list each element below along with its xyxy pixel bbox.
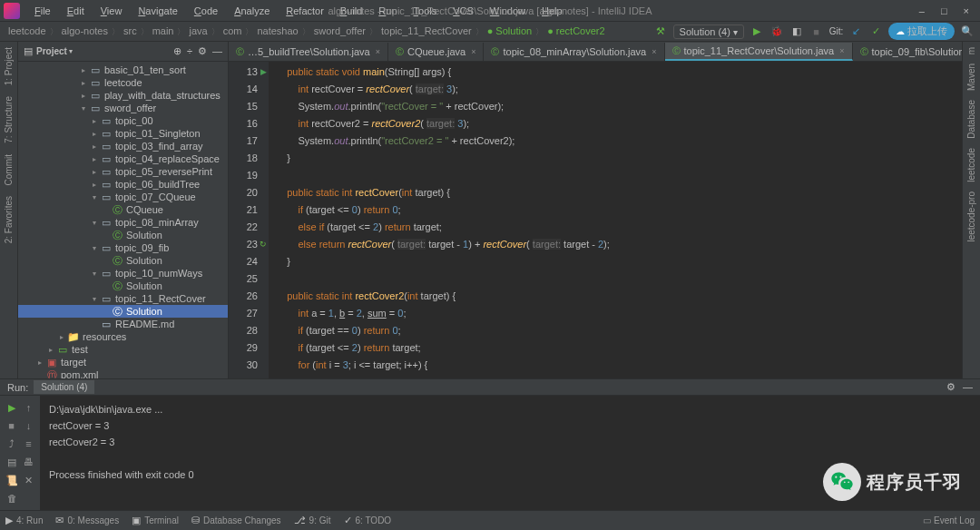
breadcrumb-item[interactable]: com — [220, 25, 245, 36]
code-editor[interactable]: ▶13141516171819202122↻232425262728293031… — [229, 62, 962, 378]
tree-item[interactable]: ▸▭topic_01_Singleton — [18, 127, 228, 140]
editor-tab[interactable]: Ⓒtopic_11_RectCover\Solution.java× — [665, 43, 853, 61]
tree-item[interactable]: ▾▭topic_08_minArray — [18, 216, 228, 229]
tree-item[interactable]: ▾▭topic_10_numWays — [18, 267, 228, 280]
settings-icon[interactable]: ⚙ — [198, 45, 207, 57]
tree-item[interactable]: ▸▭leetcode — [18, 76, 228, 89]
close-tab-icon[interactable]: × — [839, 46, 844, 55]
stop-run-icon[interactable]: ■ — [4, 417, 19, 434]
project-panel-title[interactable]: Project — [36, 46, 67, 56]
tree-item[interactable]: ▸▭basic_01_ten_sort — [18, 64, 228, 76]
tool-tab-databasechanges[interactable]: ⛁ Database Changes — [191, 515, 281, 526]
clear-icon[interactable]: ✕ — [21, 472, 36, 488]
tree-item[interactable]: ▸▣target — [18, 356, 228, 368]
breadcrumb-item[interactable]: topic_11_RectCover — [378, 25, 475, 36]
tool-tab-messages[interactable]: ✉ 0: Messages — [55, 515, 119, 526]
rail-project[interactable]: 1: Project — [4, 47, 14, 85]
tool-tab-git[interactable]: ⎇ 9: Git — [294, 515, 331, 526]
tree-item[interactable]: ▾▭topic_07_CQueue — [18, 191, 228, 203]
rail-m[interactable]: m — [966, 47, 976, 54]
tree-item[interactable]: ⒸSolution — [18, 280, 228, 292]
tool-tab-terminal[interactable]: ▣ Terminal — [132, 515, 179, 526]
rail-database[interactable]: Database — [966, 100, 976, 139]
coverage-icon[interactable]: ◧ — [789, 25, 804, 39]
tree-item[interactable]: ⒸSolution — [18, 305, 228, 318]
breadcrumb-item[interactable]: nateshao — [254, 25, 300, 36]
tree-item[interactable]: ▾▭sword_offer — [18, 102, 228, 114]
menu-refactor[interactable]: Refactor — [279, 3, 331, 19]
close-tab-icon[interactable]: × — [652, 47, 656, 56]
git-update-icon[interactable]: ↙ — [848, 25, 863, 39]
rail-maven[interactable]: Maven — [966, 64, 976, 91]
tree-item[interactable]: ⒸSolution — [18, 229, 228, 241]
search-icon[interactable]: 🔍 — [960, 25, 975, 39]
breadcrumb-item[interactable]: sword_offer — [311, 25, 368, 36]
breadcrumb-item[interactable]: ● Solution — [485, 25, 534, 36]
layout-icon[interactable]: ▤ — [4, 454, 19, 470]
close-icon[interactable]: × — [964, 5, 969, 16]
rerun-icon[interactable]: ▶ — [4, 399, 19, 416]
run-config-combo[interactable]: Solution (4) ▾ — [673, 25, 744, 39]
down-icon[interactable]: ↓ — [21, 417, 36, 434]
hammer-icon[interactable]: ⚒ — [653, 25, 668, 39]
breadcrumb-item[interactable]: leetcode — [5, 25, 49, 36]
breadcrumb-item[interactable]: src — [121, 25, 140, 36]
tree-item[interactable]: ▭README.md — [18, 318, 228, 330]
minimize-icon[interactable]: – — [919, 5, 925, 16]
breadcrumb-item[interactable]: algo-notes — [59, 25, 111, 36]
menu-code[interactable]: Code — [187, 3, 225, 19]
rail-structure[interactable]: 7: Structure — [4, 96, 14, 143]
run-settings-icon[interactable]: ⚙ — [946, 381, 956, 393]
close-tab-icon[interactable]: × — [471, 47, 475, 56]
up-icon[interactable]: ↑ — [21, 399, 36, 416]
hide-icon[interactable]: — — [212, 45, 222, 57]
select-opened-icon[interactable]: ⊕ — [173, 45, 181, 57]
stop-icon[interactable]: ■ — [809, 25, 824, 39]
git-commit-icon[interactable]: ✓ — [868, 25, 883, 39]
scroll-icon[interactable]: 📜 — [4, 472, 19, 488]
tree-item[interactable]: ⒸSolution — [18, 254, 228, 267]
menu-analyze[interactable]: Analyze — [227, 3, 277, 19]
close-tab-icon[interactable]: × — [376, 47, 380, 56]
maximize-icon[interactable]: □ — [941, 5, 947, 16]
breadcrumb-item[interactable]: ● rectCover2 — [544, 25, 608, 36]
wrap-icon[interactable]: ≡ — [21, 436, 36, 452]
tree-item[interactable]: ▾▭topic_09_fib — [18, 241, 228, 254]
tree-item[interactable]: ▸📁resources — [18, 330, 228, 343]
collapse-icon[interactable]: ÷ — [187, 45, 192, 57]
menu-view[interactable]: View — [93, 3, 130, 19]
debug-icon[interactable]: 🐞 — [769, 25, 784, 39]
tree-item[interactable]: ▸▭topic_04_replaceSpace — [18, 152, 228, 165]
run-icon[interactable]: ▶ — [750, 25, 764, 39]
tree-item[interactable]: ▸▭test — [18, 343, 228, 356]
editor-tab[interactable]: ⒸCQueue.java× — [388, 43, 484, 61]
editor-tab[interactable]: Ⓒtopic_09_fib\Solution.java× — [853, 43, 963, 61]
rail-leetcode[interactable]: leetcode — [966, 148, 976, 182]
menu-edit[interactable]: Edit — [60, 3, 92, 19]
run-tab[interactable]: Solution (4) — [34, 380, 94, 394]
exit-icon[interactable]: ⤴ — [4, 436, 19, 452]
tool-tab-todo[interactable]: ✓ 6: TODO — [344, 515, 392, 526]
tree-item[interactable]: ▸▭topic_05_reversePrint — [18, 165, 228, 178]
rail-leetcode-pro[interactable]: leetcode-pro — [966, 191, 976, 242]
rail-favorites[interactable]: 2: Favorites — [4, 196, 14, 243]
trash-icon[interactable]: 🗑 — [4, 490, 20, 506]
editor-tab[interactable]: Ⓒ…5_buildTree\Solution.java× — [229, 43, 388, 61]
run-hide-icon[interactable]: — — [963, 381, 973, 393]
tree-item[interactable]: ⒸCQueue — [18, 203, 228, 216]
project-tree[interactable]: ▸▭basic_01_ten_sort▸▭leetcode▸▭play_with… — [18, 62, 228, 378]
menu-file[interactable]: File — [27, 3, 58, 19]
cloud-sync-button[interactable]: ☁ 拉取上传 — [888, 23, 955, 40]
breadcrumb-item[interactable]: java — [186, 25, 210, 36]
tool-tab-run[interactable]: ▶ 4: Run — [5, 515, 43, 526]
print-icon[interactable]: 🖶 — [21, 454, 36, 470]
tree-item[interactable]: ▸▭play_with_data_structures — [18, 89, 228, 102]
tree-item[interactable]: ▸▭topic_03_find_array — [18, 140, 228, 152]
rail-commit[interactable]: Commit — [4, 154, 14, 185]
tree-item[interactable]: ▸▭topic_00 — [18, 114, 228, 127]
editor-code[interactable]: public static void main(String[] args) {… — [269, 62, 962, 378]
editor-tab[interactable]: Ⓒtopic_08_minArray\Solution.java× — [484, 43, 664, 61]
breadcrumb-item[interactable]: main — [150, 25, 177, 36]
menu-navigate[interactable]: Navigate — [131, 3, 184, 19]
tree-item[interactable]: ▸▭topic_06_buildTree — [18, 178, 228, 191]
